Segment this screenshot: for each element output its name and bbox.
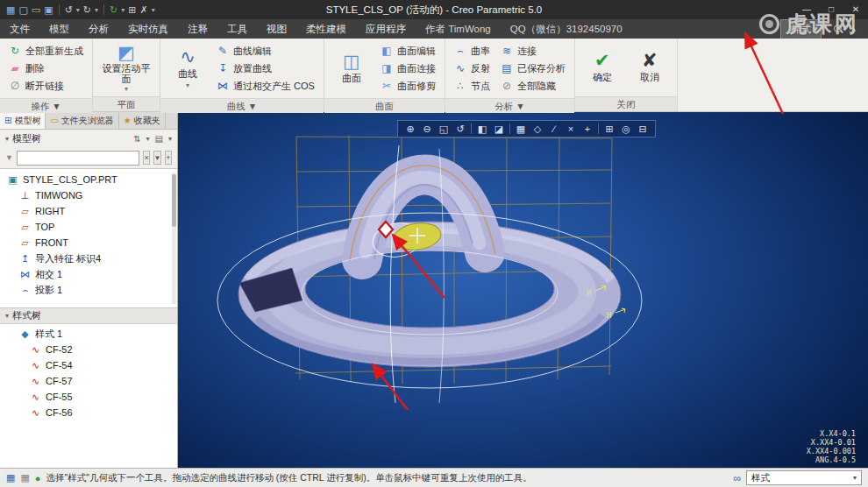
set-active-plane-button[interactable]: ◩ 设置活动平面 ▾	[99, 41, 153, 94]
tab-style[interactable]: 样式	[780, 19, 822, 39]
filter-add-button[interactable]: +	[165, 151, 172, 165]
tree-sort-caret-icon[interactable]: ▾	[146, 135, 150, 143]
tree-show-icon[interactable]: ▤	[155, 134, 163, 144]
saved-analysis-button[interactable]: ▤ 已保存分析	[498, 60, 568, 77]
close-button[interactable]: ✕	[843, 0, 868, 19]
find-tool-icon[interactable]: ∞	[733, 472, 741, 484]
curve-button[interactable]: ∿ 曲线 ▾	[167, 41, 209, 95]
redo-icon[interactable]: ↻	[83, 0, 91, 19]
zoom-out-icon[interactable]: ⊖	[419, 121, 435, 137]
tree-filter-input[interactable]	[17, 151, 139, 166]
reflection-button[interactable]: ∿ 反射	[452, 60, 493, 77]
delete-button[interactable]: ▰ 删除	[6, 60, 86, 77]
selection-filter-combo[interactable]: 样式 ▾	[746, 470, 862, 485]
maximize-button[interactable]: □	[819, 0, 843, 19]
tree-sort-icon[interactable]: ⇅	[133, 134, 140, 144]
drop-curve-button[interactable]: ↧ 放置曲线	[214, 60, 317, 77]
section-icon[interactable]: ◪	[491, 121, 507, 137]
windows-icon[interactable]: ⊞	[128, 0, 136, 19]
operations-group-label[interactable]: 操作 ▼	[0, 98, 92, 113]
connection-button[interactable]: ≋ 连接	[498, 42, 568, 60]
minimize-button[interactable]: —	[794, 0, 819, 19]
refit-icon[interactable]: ◱	[436, 121, 452, 137]
surface-button[interactable]: ◫ 曲面	[331, 41, 373, 95]
tab-view[interactable]: 视图	[257, 19, 296, 39]
spin-center-icon[interactable]: ◎	[618, 121, 634, 137]
node-button[interactable]: ∴ 节点	[452, 77, 493, 95]
customize-icon[interactable]: ▾	[152, 6, 155, 14]
tab-file[interactable]: 文件	[0, 19, 39, 39]
tree-row-project[interactable]: ⌢ 投影 1	[0, 282, 177, 298]
style-tree-header[interactable]: ▾ 样式树	[0, 308, 177, 324]
annotation-display-icon[interactable]: ⊞	[601, 121, 617, 137]
cos-by-intersect-button[interactable]: ⋈ 通过相交产生 COS	[214, 77, 317, 95]
tree-scrollbar[interactable]	[172, 173, 176, 304]
style-tree-row-cf56[interactable]: ∿ CF-56	[0, 405, 177, 420]
close-window-icon[interactable]: ✗	[140, 0, 148, 19]
style-tree-row-style1[interactable]: ◆ 样式 1	[0, 326, 177, 342]
surface-connect-button[interactable]: ◨ 曲面连接	[378, 60, 438, 77]
tree-row-csys[interactable]: ⊥ TIMWONG	[0, 187, 177, 203]
tree-row-import-feature[interactable]: ↥ 导入特征 标识4	[0, 251, 177, 266]
surface-edit-button[interactable]: ◧ 曲面编辑	[378, 42, 438, 60]
surface-trim-button[interactable]: ✂ 曲面修剪	[378, 77, 438, 95]
filter-clear-button[interactable]: ×	[143, 151, 150, 165]
tab-applications[interactable]: 应用程序	[356, 19, 416, 39]
undo-icon[interactable]: ↺	[65, 0, 73, 19]
undo-dropdown-icon[interactable]: ▾	[76, 6, 80, 14]
hide-all-button[interactable]: ⊘ 全部隐藏	[498, 77, 568, 95]
tree-show-caret-icon[interactable]: ▾	[168, 135, 172, 143]
csys-display-icon[interactable]: +	[580, 121, 595, 137]
tree-row-top-plane[interactable]: ▱ TOP	[0, 219, 177, 235]
collapse-caret-icon[interactable]: ▾	[5, 135, 9, 143]
regenerate-icon[interactable]: ↻	[110, 0, 117, 19]
collapse-caret-icon[interactable]: ▾	[5, 312, 9, 320]
tab-model[interactable]: 模型	[39, 19, 79, 39]
style-tree-row-cf57[interactable]: ∿ CF-57	[0, 373, 177, 389]
plane-display-icon[interactable]: ◇	[530, 121, 545, 137]
panel-tab-model-tree[interactable]: ⊞ 模型树	[0, 112, 46, 129]
graphics-area[interactable]: ⊕ ⊖ ◱ ↺ ◧ ◪ ▦ ◇ ∕ × + ⊞ ◎ ⊟	[178, 112, 868, 468]
minimize-ribbon-icon[interactable]: ▴	[852, 25, 856, 33]
tree-row-right-plane[interactable]: ▱ RIGHT	[0, 203, 177, 219]
save-icon[interactable]: ▣	[44, 0, 53, 19]
tree-row-front-plane[interactable]: ▱ FRONT	[0, 235, 177, 251]
panel-tab-favorites[interactable]: ★ 收藏夹	[119, 112, 166, 129]
tab-flexible-modeling[interactable]: 柔性建模	[296, 19, 356, 39]
curve-group-label[interactable]: 曲线 ▼	[160, 98, 324, 113]
tab-tools[interactable]: 工具	[217, 19, 257, 39]
datum-filter-icon[interactable]: ▦	[513, 121, 529, 137]
break-link-button[interactable]: ∅ 断开链接	[6, 77, 86, 95]
axis-display-icon[interactable]: ∕	[546, 121, 562, 137]
ok-button[interactable]: ✔ 确定	[581, 41, 623, 94]
new-file-icon[interactable]: ▢	[18, 0, 27, 19]
style-tree-row-cf54[interactable]: ∿ CF-54	[0, 357, 177, 373]
tree-row-part[interactable]: ▣ STYLE_CLS_OP.PRT	[0, 172, 177, 187]
tab-analysis[interactable]: 分析	[79, 19, 118, 39]
style-tree-row-cf55[interactable]: ∿ CF-55	[0, 389, 177, 405]
command-search-icon[interactable]	[834, 25, 843, 34]
tree-row-intersect[interactable]: ⋈ 相交 1	[0, 266, 177, 282]
repaint-icon[interactable]: ↺	[452, 121, 468, 137]
analysis-group-label[interactable]: 分析 ▼	[445, 98, 574, 113]
zoom-in-icon[interactable]: ⊕	[402, 121, 418, 137]
filter-funnel-icon[interactable]: ▼	[5, 153, 13, 162]
tree-scrollbar-thumb[interactable]	[172, 174, 176, 227]
filter-options-button[interactable]: ▾	[153, 151, 160, 165]
cancel-button[interactable]: ✘ 取消	[629, 41, 671, 94]
tab-live-simulation[interactable]: 实时仿真	[118, 19, 178, 39]
model-scene[interactable]: H H	[178, 112, 868, 468]
tab-annotate[interactable]: 注释	[178, 19, 217, 39]
open-file-icon[interactable]: ▭	[32, 0, 40, 19]
regenerate-all-button[interactable]: ↻ 全部重新生成	[6, 42, 86, 60]
curvature-button[interactable]: ⌢ 曲率	[452, 42, 493, 60]
redo-dropdown-icon[interactable]: ▾	[95, 6, 98, 14]
style-tree-row-cf52[interactable]: ∿ CF-52	[0, 342, 177, 357]
curve-edit-button[interactable]: ✎ 曲线编辑	[214, 42, 317, 60]
panel-tab-folder-browser[interactable]: ▭ 文件夹浏览器	[46, 112, 118, 129]
app-icon[interactable]: ▦	[6, 0, 15, 19]
view-manager-icon[interactable]: ⊟	[635, 121, 651, 137]
regenerate-dropdown-icon[interactable]: ▾	[121, 6, 125, 14]
display-style-icon[interactable]: ◧	[474, 121, 490, 137]
point-display-icon[interactable]: ×	[563, 121, 579, 137]
